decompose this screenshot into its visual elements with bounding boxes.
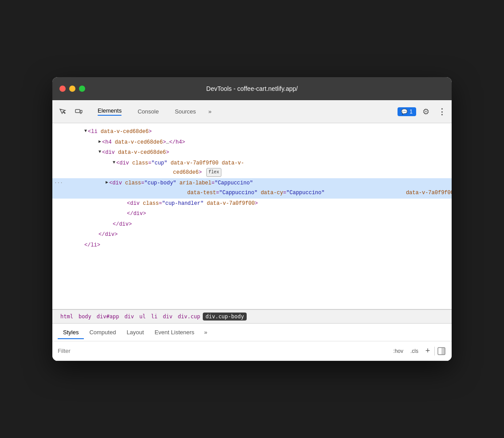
breadcrumb-ul[interactable]: ul bbox=[137, 313, 148, 321]
notification-icon: 💬 bbox=[401, 109, 408, 115]
triangle-icon: ▶ bbox=[98, 138, 101, 146]
devtools-window: DevTools - coffee-cart.netlify.app/ Elem… bbox=[52, 77, 452, 361]
tree-line[interactable]: ▼ <li data-v-ced68de6> bbox=[52, 127, 452, 137]
breadcrumb-html[interactable]: html bbox=[58, 313, 76, 321]
tab-layout[interactable]: Layout bbox=[121, 325, 149, 339]
tab-styles[interactable]: Styles bbox=[58, 325, 84, 339]
close-button[interactable] bbox=[59, 86, 66, 92]
breadcrumb-li[interactable]: li bbox=[149, 313, 160, 321]
color-swatch-button[interactable] bbox=[437, 346, 446, 356]
styles-tabs: Styles Computed Layout Event Listeners » bbox=[52, 324, 452, 341]
tree-line[interactable]: </div> bbox=[52, 230, 452, 240]
tab-elements[interactable]: Elements bbox=[91, 105, 129, 118]
breadcrumb-div[interactable]: div bbox=[122, 313, 137, 321]
triangle-icon: ▶ bbox=[106, 179, 108, 187]
more-button[interactable]: ⋮ bbox=[436, 106, 448, 118]
tree-line[interactable]: </li> bbox=[52, 240, 452, 251]
cls-filter-button[interactable]: .cls bbox=[408, 347, 421, 355]
tree-line[interactable]: ▶ <h4 data-v-ced68de6>…</h4> bbox=[52, 137, 452, 148]
breadcrumb-divcupbody[interactable]: div.cup-body bbox=[203, 313, 247, 321]
html-tree: ▼ <li data-v-ced68de6> ▶ <h4 data-v-ced6… bbox=[52, 123, 452, 309]
tab-more-button[interactable]: » bbox=[205, 106, 215, 117]
tree-line[interactable]: ▼ <div class="cup" data-v-7a0f9f00 data-… bbox=[52, 158, 452, 178]
inspect-icon[interactable] bbox=[56, 105, 69, 118]
tab-bar-icons bbox=[56, 105, 85, 118]
tree-line[interactable]: </div> bbox=[52, 219, 452, 230]
triangle-icon: ▼ bbox=[98, 148, 101, 156]
svg-rect-1 bbox=[80, 110, 82, 113]
notification-count: 1 bbox=[410, 109, 413, 115]
hov-filter-button[interactable]: :hov bbox=[390, 347, 406, 355]
tree-line[interactable]: ▼ <div data-v-ced68de6> bbox=[52, 148, 452, 158]
tab-bar: Elements Console Sources » 💬 1 ⚙ ⋮ bbox=[52, 100, 452, 123]
svg-rect-0 bbox=[75, 110, 80, 113]
filter-input[interactable] bbox=[58, 348, 388, 354]
filter-buttons: :hov .cls + bbox=[390, 346, 446, 356]
breadcrumb-divcup[interactable]: div.cup bbox=[175, 313, 203, 321]
window-title: DevTools - coffee-cart.netlify.app/ bbox=[206, 85, 298, 92]
triangle-icon: ▼ bbox=[113, 159, 115, 167]
breadcrumb: html body div#app div ul li div div.cup … bbox=[52, 309, 452, 324]
device-icon[interactable] bbox=[72, 105, 85, 118]
tab-sources[interactable]: Sources bbox=[168, 106, 203, 117]
breadcrumb-body[interactable]: body bbox=[76, 313, 94, 321]
breadcrumb-divapp[interactable]: div#app bbox=[94, 313, 122, 321]
tab-console[interactable]: Console bbox=[130, 106, 166, 117]
tree-line-selected[interactable]: ··· ▶ <div class="cup-body" aria-label="… bbox=[52, 178, 452, 198]
filter-bar: :hov .cls + bbox=[52, 341, 452, 361]
settings-button[interactable]: ⚙ bbox=[419, 105, 433, 119]
tree-line[interactable]: </div> bbox=[52, 209, 452, 219]
styles-tab-more[interactable]: » bbox=[201, 327, 210, 337]
filter-divider bbox=[434, 347, 435, 356]
tree-line[interactable]: <div class="cup-handler" data-v-7a0f9f00… bbox=[52, 199, 452, 209]
styles-panel: Styles Computed Layout Event Listeners »… bbox=[52, 324, 452, 361]
add-style-button[interactable]: + bbox=[423, 346, 433, 356]
triangle-icon: ▼ bbox=[84, 127, 87, 135]
tab-bar-right: 💬 1 ⚙ ⋮ bbox=[398, 105, 448, 119]
notification-badge[interactable]: 💬 1 bbox=[398, 107, 416, 116]
tab-computed[interactable]: Computed bbox=[84, 325, 121, 339]
minimize-button[interactable] bbox=[69, 86, 75, 92]
breadcrumb-div2[interactable]: div bbox=[160, 313, 175, 321]
svg-rect-4 bbox=[441, 348, 445, 355]
tab-event-listeners[interactable]: Event Listeners bbox=[149, 325, 200, 339]
title-bar: DevTools - coffee-cart.netlify.app/ bbox=[52, 77, 452, 100]
traffic-lights bbox=[59, 86, 85, 92]
maximize-button[interactable] bbox=[79, 86, 85, 92]
